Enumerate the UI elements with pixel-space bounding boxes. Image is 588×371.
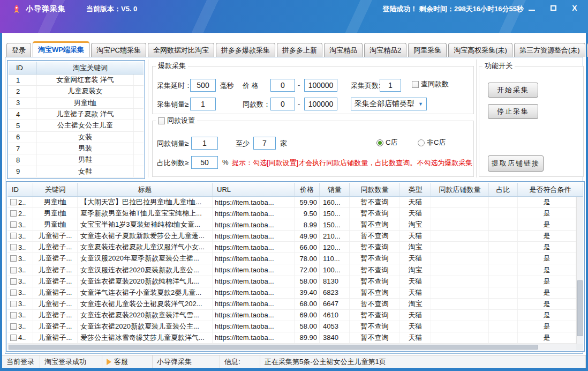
row-checkbox[interactable] <box>10 199 17 205</box>
tab-10[interactable]: 第三方资源整合(未) <box>514 43 585 57</box>
result-cell <box>431 242 489 253</box>
result-cell: 暂不查询 <box>350 321 400 332</box>
result-cell: 59.90 <box>295 197 320 207</box>
result-row[interactable]: 4..儿童裙子...爱莎公主裙冰雪奇缘艾莎儿童夏款洋气...https://it… <box>7 332 576 344</box>
price-range-dash: - <box>298 81 300 89</box>
app-window: 小导弹采集 当前版本：V5. 0 登陆成功！ 剩余时间：298天16小时16分5… <box>0 0 588 371</box>
tab-page: ID 淘宝关键词 1女童网红套装 洋气2儿童夏装女3男童t恤4儿童裙子夏款 洋气… <box>5 57 583 354</box>
price-max-input[interactable] <box>304 79 337 92</box>
result-cell: 天猫 <box>400 332 431 343</box>
tab-6[interactable]: 淘宝精品 <box>324 43 363 57</box>
result-cell: 160... <box>320 197 350 207</box>
row-checkbox[interactable] <box>10 244 17 250</box>
keyword-row[interactable]: 1女童网红套装 洋气 <box>9 75 144 86</box>
result-cell <box>431 197 489 207</box>
vertical-scrollbar[interactable] <box>576 197 583 344</box>
check-same-count-checkbox[interactable]: 查同款数 <box>412 79 449 89</box>
price-min-input[interactable] <box>270 79 295 92</box>
result-row[interactable]: 3..儿童裙子...女童连衣裙儿童装公主裙夏装洋气202...https://i… <box>7 299 576 310</box>
tab-5[interactable]: 拼多多上新 <box>277 43 322 57</box>
same-max-input[interactable] <box>304 98 337 110</box>
keyword-row[interactable]: 9女鞋 <box>9 166 144 177</box>
tab-3[interactable]: 全网数据对比淘宝 <box>148 43 214 57</box>
row-checkbox[interactable] <box>10 221 17 228</box>
check-same-count-label: 查同款数 <box>421 79 449 89</box>
results-col-header: URL <box>213 183 295 196</box>
extract-shop-links-button[interactable]: 提取店铺链接 <box>488 155 544 172</box>
pages-input[interactable] <box>380 79 401 92</box>
delay-input[interactable] <box>190 79 216 92</box>
same-min-input[interactable] <box>270 98 295 110</box>
keyword-row[interactable]: 4儿童裙子夏款 洋气 <box>9 109 144 120</box>
tab-2[interactable]: 淘宝PC端采集 <box>91 43 146 57</box>
result-row[interactable]: 3..男童t恤女宝宝半袖1岁3夏装短袖纯棉t恤女童...https://item… <box>7 219 576 231</box>
start-collect-button[interactable]: 开始采集 <box>488 83 538 98</box>
result-row[interactable]: 3..儿童裙子...女童夏装连衣裙夏款儿童汉服洋气小女...https://it… <box>7 242 576 253</box>
result-cell: 3.. <box>7 287 33 298</box>
keyword-row[interactable]: 7男装 <box>9 143 144 154</box>
same-range-dash: - <box>298 100 300 108</box>
close-button[interactable]: X <box>569 3 581 13</box>
keyword-row[interactable]: 2儿童夏装女 <box>9 86 144 97</box>
result-cell: 3.. <box>7 276 33 287</box>
keyword-row[interactable]: 8男鞋 <box>9 154 144 166</box>
row-checkbox[interactable] <box>10 267 17 273</box>
keyword-row[interactable]: 6女装 <box>9 132 144 143</box>
row-checkbox[interactable] <box>10 210 17 217</box>
keyword-panel: ID 淘宝关键词 1女童网红套装 洋气2儿童夏装女3男童t恤4儿童裙子夏款 洋气… <box>7 60 145 179</box>
radio-c-shop[interactable]: C店 <box>376 138 397 147</box>
result-cell: 150... <box>320 219 350 230</box>
tab-8[interactable]: 阿里采集 <box>408 43 447 57</box>
result-cell <box>489 321 518 332</box>
result-row[interactable]: 3..儿童裙子...女童连衣裙夏装2020新款童装洋气雪...https://i… <box>7 310 576 321</box>
result-cell: https://item.taoba... <box>213 276 295 287</box>
keyword-row[interactable]: 3男童t恤 <box>9 98 144 109</box>
result-cell: 暂不查询 <box>350 219 400 230</box>
result-row[interactable]: 3..儿童裙子...女童汉服2020年夏季新款夏装公主裙...https://i… <box>7 253 576 264</box>
result-id-text: 3.. <box>18 288 26 296</box>
rocket-icon <box>12 4 21 14</box>
horizontal-scrollbar-thumb[interactable] <box>9 345 538 350</box>
result-cell: 儿童裙子... <box>33 321 78 332</box>
row-checkbox[interactable] <box>10 278 17 285</box>
keyword-row-text: 男童t恤 <box>36 98 134 108</box>
horizontal-scrollbar[interactable] <box>7 344 576 350</box>
same-settings-checkbox[interactable]: 同款设置 <box>158 116 195 125</box>
row-checkbox[interactable] <box>10 323 17 330</box>
result-cell: 4053 <box>320 321 350 332</box>
result-cell: 淘宝 <box>400 242 431 253</box>
maximize-button[interactable] <box>547 3 559 13</box>
result-row[interactable]: 3..儿童裙子...女童连衣裙2020新款夏装儿童装公主...https://i… <box>7 321 576 332</box>
tab-1[interactable]: 淘宝WP端采集 <box>33 41 89 57</box>
row-checkbox[interactable] <box>10 335 17 341</box>
minimize-button[interactable] <box>526 3 538 13</box>
status-item-2[interactable]: 客服 <box>102 355 153 368</box>
result-cell: 3.. <box>7 219 33 230</box>
tab-0[interactable]: 登录 <box>6 43 31 57</box>
row-checkbox[interactable] <box>10 312 17 318</box>
result-row[interactable]: 3..儿童裙子...女童连衣裙夏装2020新款纯棉洋气儿...https://i… <box>7 276 576 287</box>
result-row[interactable]: 3..儿童裙子...女童洋气连衣裙子小童装夏款2婴儿童...https://it… <box>7 287 576 299</box>
keyword-row[interactable]: 5公主裙女公主儿童 <box>9 120 144 131</box>
row-checkbox[interactable] <box>10 301 17 307</box>
stop-collect-button[interactable]: 停止采集 <box>488 104 538 119</box>
tab-7[interactable]: 淘宝精品2 <box>364 43 406 57</box>
tab-4[interactable]: 拼多多爆款采集 <box>216 43 275 57</box>
shop-type-dropdown[interactable]: 采集全部店铺类型 ▼ <box>351 98 427 110</box>
result-row[interactable]: 3..儿童裙子...女童汉服连衣裙2020夏装新款儿童公...https://i… <box>7 264 576 276</box>
result-row[interactable]: 2..男童t恤【大闹天宫】巴拉巴拉男童t恤儿童t恤...https://item… <box>7 197 576 208</box>
tab-9[interactable]: 淘宝高权采集(未) <box>448 43 512 57</box>
ratio-input[interactable] <box>191 156 218 169</box>
row-checkbox[interactable] <box>10 233 17 239</box>
collect-sales-input[interactable] <box>190 98 216 110</box>
result-row[interactable]: 3..儿童裙子...女童连衣裙子夏款新款爱莎公主儿童蓬...https://it… <box>7 231 576 242</box>
radio-non-c-shop[interactable]: 非C店 <box>418 138 446 147</box>
result-row[interactable]: 2..男童t恤夏季新款男童短袖T恤儿童宝宝纯棉上...https://item.… <box>7 208 576 219</box>
result-cell: 3.. <box>7 310 33 321</box>
keyword-row-text: 男装 <box>36 143 134 154</box>
row-checkbox[interactable] <box>10 255 17 262</box>
same-sales-input[interactable] <box>191 137 218 150</box>
row-checkbox[interactable] <box>10 290 17 296</box>
atleast-input[interactable] <box>253 137 276 150</box>
vertical-scrollbar-thumb[interactable] <box>577 280 583 336</box>
